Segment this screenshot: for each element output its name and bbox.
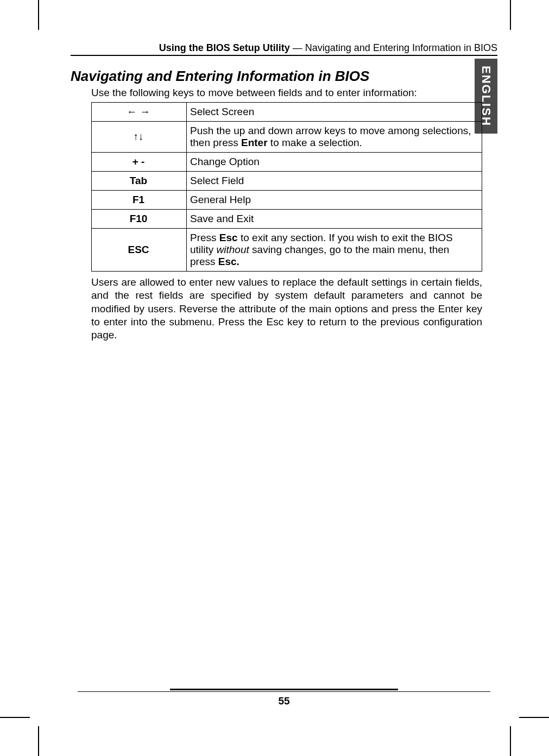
table-row: TabSelect Field [92, 172, 482, 191]
key-cell: F10 [92, 210, 187, 229]
desc-cell: Change Option [187, 153, 482, 172]
running-header: Using the BIOS Setup Utility — Navigatin… [71, 42, 497, 56]
desc-cell: Select Screen [187, 103, 482, 122]
section-title: Navigating and Entering Information in B… [71, 68, 497, 85]
key-cell: F1 [92, 191, 187, 210]
body-paragraph: Users are allowed to enter new values to… [91, 276, 482, 342]
desc-cell: Push the up and down arrow keys to move … [187, 122, 482, 153]
table-row: ← →Select Screen [92, 103, 482, 122]
page-number: 55 [71, 695, 497, 707]
key-cell: + - [92, 153, 187, 172]
desc-cell: Press Esc to exit any section. If you wi… [187, 229, 482, 272]
key-cell: ESC [92, 229, 187, 272]
keys-table: ← →Select Screen↑↓Push the up and down a… [91, 102, 482, 272]
header-rest: — Navigating and Entering Information in… [290, 42, 497, 53]
desc-cell: Save and Exit [187, 210, 482, 229]
table-row: ESCPress Esc to exit any section. If you… [92, 229, 482, 272]
page-content: Using the BIOS Setup Utility — Navigatin… [71, 42, 497, 707]
key-cell: ↑↓ [92, 122, 187, 153]
intro-text: Use the following keys to move between f… [91, 87, 497, 99]
desc-cell: Select Field [187, 172, 482, 191]
desc-cell: General Help [187, 191, 482, 210]
page-footer: 55 [71, 689, 497, 707]
table-row: F10Save and Exit [92, 210, 482, 229]
table-row: + -Change Option [92, 153, 482, 172]
table-row: F1General Help [92, 191, 482, 210]
table-row: ↑↓Push the up and down arrow keys to mov… [92, 122, 482, 153]
header-bold: Using the BIOS Setup Utility [159, 42, 290, 53]
key-cell: ← → [92, 103, 187, 122]
key-cell: Tab [92, 172, 187, 191]
